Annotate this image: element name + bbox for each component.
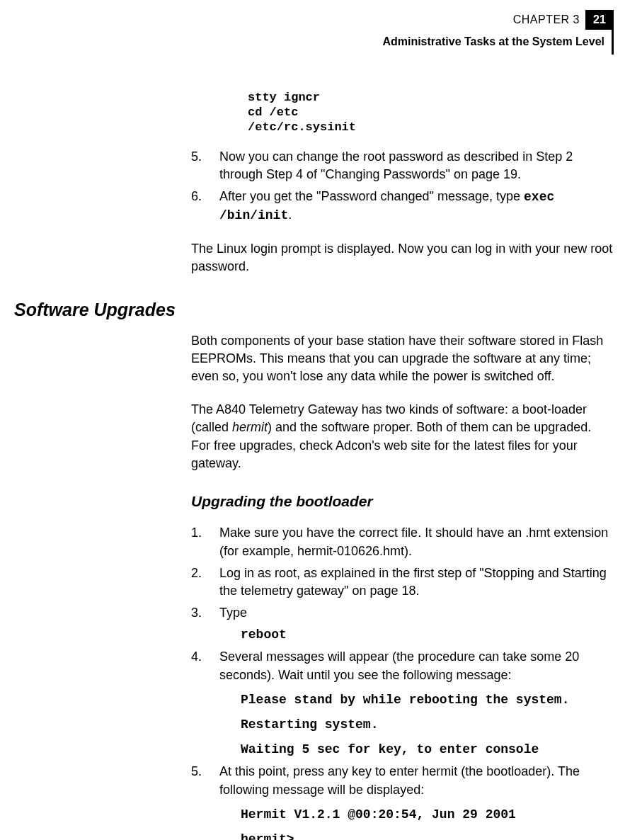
section-software-upgrades: Software Upgrades — [14, 297, 614, 322]
console-prompt: hermit> — [241, 831, 614, 840]
step-text-line: Several messages will appear (the proced… — [219, 648, 614, 683]
console-message: Restarting system. — [241, 716, 614, 734]
step-text: Log in as root, as explained in the firs… — [219, 564, 614, 600]
step-5b: 5. At this point, press any key to enter… — [191, 763, 614, 840]
step-number: 5. — [191, 148, 219, 183]
subsection-upgrading-bootloader: Upgrading the bootloader — [191, 491, 614, 511]
step-text-line: Type — [219, 604, 614, 622]
step-1b: 1. Make sure you have the correct file. … — [191, 524, 614, 560]
step-number: 3. — [191, 604, 219, 644]
step-5a: 5. Now you can change the root password … — [191, 148, 614, 183]
step-text: Now you can change the root password as … — [219, 148, 614, 183]
step-command: reboot — [241, 626, 614, 644]
paragraph-login: The Linux login prompt is displayed. Now… — [191, 240, 614, 276]
step-text: After you get the "Password changed" mes… — [219, 188, 614, 225]
step-number: 2. — [191, 564, 219, 600]
step-number: 5. — [191, 763, 219, 840]
step-3b: 3. Type reboot — [191, 604, 614, 644]
para3-hermit: hermit — [232, 420, 268, 434]
console-message: Please stand by while rebooting the syst… — [241, 691, 614, 709]
page-header: CHAPTER 3 21 — [14, 10, 614, 30]
step-text: Type reboot — [219, 604, 614, 644]
step-text-line: At this point, press any key to enter he… — [219, 763, 614, 798]
console-message: Hermit V1.2.1 @00:20:54, Jun 29 2001 — [241, 806, 614, 824]
step-number: 1. — [191, 524, 219, 560]
step-text-suffix: . — [288, 208, 292, 222]
step-4b: 4. Several messages will appear (the pro… — [191, 648, 614, 759]
paragraph-eeprom: Both components of your base station hav… — [191, 332, 614, 386]
steps-bootloader: 1. Make sure you have the correct file. … — [191, 524, 614, 840]
steps-continuation: 5. Now you can change the root password … — [191, 148, 614, 225]
code-block-pre: stty igncr cd /etc /etc/rc.sysinit — [248, 90, 614, 135]
step-text: Make sure you have the correct file. It … — [219, 524, 614, 560]
step-2b: 2. Log in as root, as explained in the f… — [191, 564, 614, 600]
console-message: Waiting 5 sec for key, to enter console — [241, 741, 614, 759]
step-number: 4. — [191, 648, 219, 759]
paragraph-a840: The A840 Telemetry Gateway has two kinds… — [191, 401, 614, 472]
step-6a: 6. After you get the "Password changed" … — [191, 188, 614, 225]
step-text: At this point, press any key to enter he… — [219, 763, 614, 840]
page-number: 21 — [585, 10, 614, 30]
step-number: 6. — [191, 188, 219, 225]
chapter-label: CHAPTER 3 — [513, 10, 585, 30]
step-text-prefix: After you get the "Password changed" mes… — [219, 189, 524, 203]
step-text: Several messages will appear (the proced… — [219, 648, 614, 759]
header-title: Administrative Tasks at the System Level — [14, 30, 614, 54]
